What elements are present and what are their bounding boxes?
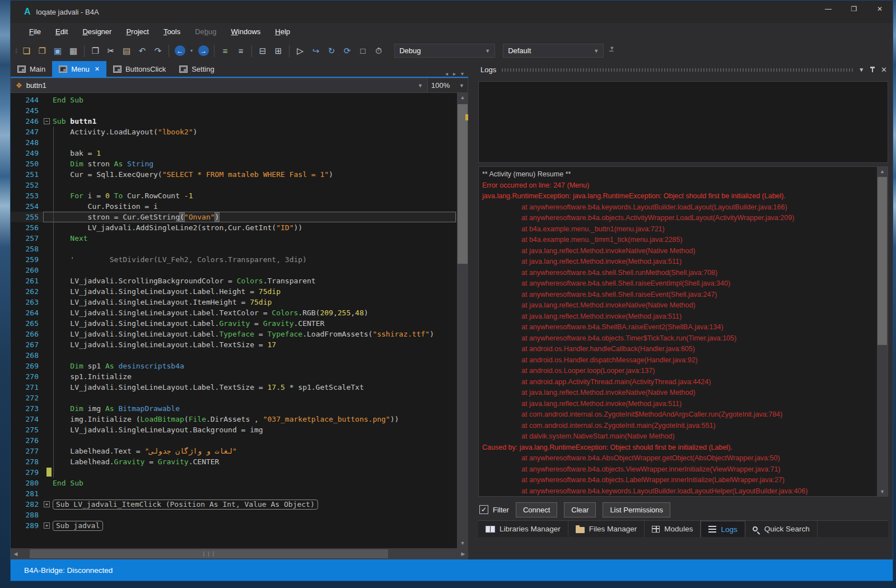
code-line-267[interactable]: 267 LV_jadvali.SingleLineLayout.Label.Te…	[11, 339, 457, 350]
tool-tab-libraries-manager[interactable]: Libraries Manager	[478, 521, 568, 537]
code-line-247[interactable]: 247 Activity.LoadLayout("lbook2")	[11, 127, 457, 137]
code-line-266[interactable]: 266 LV_jadvali.SingleLineLayout.Label.Ty…	[11, 329, 457, 339]
code-line-265[interactable]: 265 LV_jadvali.SingleLineLayout.Label.Gr…	[11, 318, 457, 329]
code-line-244[interactable]: 244End Sub	[11, 95, 457, 105]
code-line-263[interactable]: 263 LV_jadvali.SingleLineLayout.ItemHeig…	[11, 297, 457, 307]
save-icon[interactable]: ▣	[50, 44, 65, 58]
code-line-289[interactable]: 289+Sub jadval	[11, 520, 457, 531]
code-line-273[interactable]: 273 Dim img As BitmapDrawable	[11, 403, 457, 414]
menu-item-tools[interactable]: Tools	[157, 25, 186, 38]
code-line-259[interactable]: 259 ' SetDivider(LV_Feh2, Colors.Transpa…	[11, 254, 457, 265]
scroll-left-icon[interactable]: ◀	[11, 551, 21, 557]
code-line-275[interactable]: 275 LV_jadvali.SingleLineLayout.Backgrou…	[11, 424, 457, 435]
tab-scroll-right-icon[interactable]: ▸	[453, 71, 456, 77]
tool-tab-files-manager[interactable]: Files Manager	[568, 521, 645, 537]
comment-selection-icon[interactable]: ≡	[218, 44, 232, 58]
code-line-254[interactable]: 254 Cur.Position = i	[11, 201, 457, 212]
designer-script-remove-icon[interactable]: ⊟	[255, 44, 270, 58]
tool-tab-modules[interactable]: Modules	[645, 521, 701, 537]
panel-menu-dropdown-icon[interactable]: ▼	[858, 67, 864, 73]
run-icon[interactable]: ▷	[293, 44, 307, 58]
scroll-up-icon[interactable]: ▲	[457, 93, 468, 102]
code-line-272[interactable]: 272	[11, 393, 457, 403]
code-line-276[interactable]: 276	[11, 435, 457, 446]
tab-scroll-left-icon[interactable]: ◂	[445, 71, 448, 77]
open-file-icon[interactable]: ❒	[35, 44, 49, 58]
editor-vertical-scrollbar[interactable]: ▲ ▼	[457, 93, 468, 548]
editor-zoom-dropdown[interactable]: 100% ▼	[428, 78, 468, 93]
menu-item-debug[interactable]: Debug	[189, 25, 222, 38]
code-line-270[interactable]: 270 sp1.Initialize	[11, 371, 457, 382]
toolbar-overflow-icon[interactable]: ▼▔	[609, 45, 614, 57]
code-line-281[interactable]: 281	[11, 488, 457, 499]
close-button[interactable]: ✕	[867, 1, 893, 17]
minimize-button[interactable]: —	[815, 1, 841, 17]
menu-item-edit[interactable]: Edit	[49, 25, 74, 38]
tool-tab-quick-search[interactable]: Quick Search	[745, 521, 818, 537]
code-line-248[interactable]: 248	[11, 137, 457, 148]
navigate-back-icon[interactable]: ←	[172, 44, 187, 58]
editor-horizontal-scrollbar[interactable]: ◀ ❘❘❘ ▶	[11, 548, 468, 559]
code-line-279[interactable]: 279	[11, 467, 457, 478]
menu-item-file[interactable]: File	[23, 25, 47, 38]
profiler-icon[interactable]: ⏱	[371, 44, 386, 58]
stop-icon[interactable]: □	[356, 44, 370, 58]
logs-upper-output[interactable]	[478, 81, 888, 163]
code-line-250[interactable]: 250 Dim stron As String	[11, 158, 457, 169]
code-line-274[interactable]: 274 img.Initialize (LoadBitmap(File.DirA…	[11, 414, 457, 424]
code-editor[interactable]: 244End Sub245246−Sub buttn1247 Activity.…	[11, 93, 468, 548]
code-line-256[interactable]: 256 LV_jadvali.AddSingleLine2(stron,Cur.…	[11, 222, 457, 233]
code-line-264[interactable]: 264 LV_jadvali.SingleLineLayout.Label.Te…	[11, 307, 457, 318]
maximize-button[interactable]: ❐	[841, 1, 867, 17]
clear-button[interactable]: Clear	[564, 502, 596, 517]
step-over-icon[interactable]: ↻	[324, 44, 339, 58]
code-line-271[interactable]: 271 LV_jadvali.SingleLineLayout.Label.Te…	[11, 382, 457, 393]
code-line-257[interactable]: 257 Next	[11, 233, 457, 244]
tab-buttonsclick[interactable]: ButtonsClick	[106, 61, 172, 77]
code-line-253[interactable]: 253 For i = 0 To Cur.RowCount -1	[11, 190, 457, 201]
debug-mode-dropdown[interactable]: Debug ▼	[394, 44, 495, 58]
connect-button[interactable]: Connect	[516, 502, 557, 517]
pin-icon[interactable]	[870, 66, 875, 73]
export-project-icon[interactable]: ▦	[66, 44, 81, 58]
code-line-252[interactable]: 252	[11, 180, 457, 190]
close-tab-icon[interactable]: ✕	[95, 66, 100, 73]
code-line-280[interactable]: 280End Sub	[11, 478, 457, 488]
step-into-icon[interactable]: ↪	[309, 44, 323, 58]
menu-item-designer[interactable]: Designer	[76, 25, 118, 38]
code-line-262[interactable]: 262 LV_jadvali.SingleLineLayout.Label.He…	[11, 286, 457, 297]
copy-icon[interactable]: ❐	[88, 44, 102, 58]
code-line-268[interactable]: 268	[11, 350, 457, 361]
scrollbar-thumb[interactable]	[878, 177, 887, 345]
collapse-fold-icon[interactable]: −	[44, 118, 50, 124]
undo-icon[interactable]: ↶	[135, 44, 150, 58]
redo-icon[interactable]: ↷	[151, 44, 165, 58]
tab-main[interactable]: Main	[11, 61, 52, 77]
code-line-258[interactable]: 258	[11, 244, 457, 254]
logs-vertical-scrollbar[interactable]: ▲ ▼	[877, 167, 888, 496]
scroll-down-icon[interactable]: ▼	[457, 539, 468, 548]
code-line-255[interactable]: 255 stron = Cur.GetString("Onvan")	[11, 212, 457, 222]
scrollbar-thumb[interactable]: ❘❘❘	[30, 549, 388, 558]
code-line-260[interactable]: 260	[11, 265, 457, 276]
code-line-278[interactable]: 278 Labelhead.Gravity = Gravity.CENTER	[11, 456, 457, 467]
navigate-forward-icon[interactable]: →	[196, 44, 211, 58]
expand-fold-icon[interactable]: +	[44, 522, 50, 529]
list-permissions-button[interactable]: List Permissions	[603, 502, 670, 517]
scrollbar-thumb[interactable]	[458, 104, 468, 264]
code-line-246[interactable]: 246−Sub buttn1	[11, 116, 457, 127]
scroll-right-icon[interactable]: ▶	[458, 551, 468, 557]
tool-tab-logs[interactable]: Logs	[701, 521, 745, 537]
uncomment-selection-icon[interactable]: ≡	[234, 44, 248, 58]
code-line-269[interactable]: 269 Dim sp1 As desinscriptsb4a	[11, 361, 457, 371]
code-line-261[interactable]: 261 LV_jadvali.ScrollingBackgroundColor …	[11, 276, 457, 286]
code-line-288[interactable]: 288	[11, 510, 457, 520]
tab-list-dropdown-icon[interactable]: ▾	[461, 71, 464, 77]
new-file-icon[interactable]: ❏	[19, 44, 34, 58]
logs-output[interactable]: ** Activity (menu) Resume **Error occurr…	[478, 166, 888, 497]
tab-setting[interactable]: Setting	[172, 61, 221, 77]
code-line-249[interactable]: 249 bak = 1	[11, 148, 457, 158]
menu-item-windows[interactable]: Windows	[225, 25, 267, 38]
build-configuration-dropdown[interactable]: Default ▼	[503, 44, 604, 58]
designer-script-add-icon[interactable]: ⊞	[271, 44, 286, 58]
